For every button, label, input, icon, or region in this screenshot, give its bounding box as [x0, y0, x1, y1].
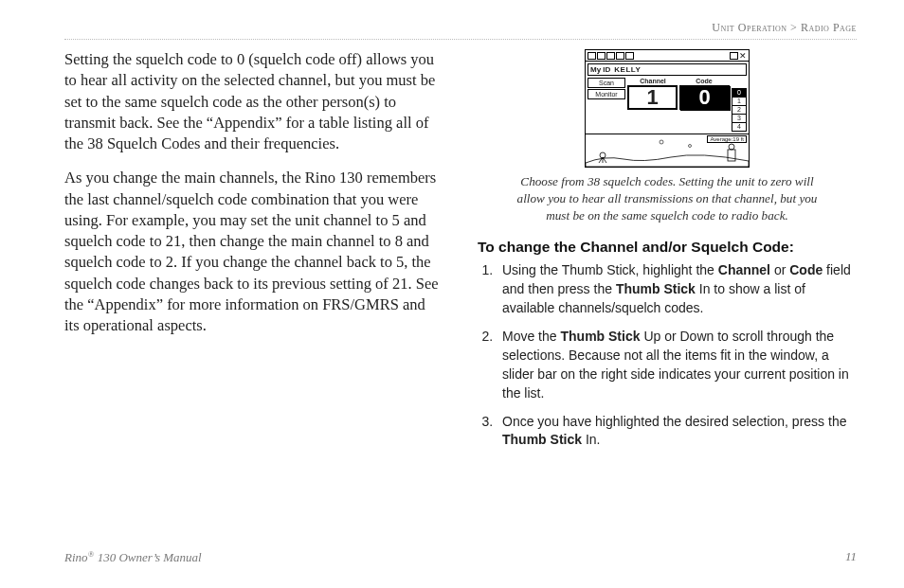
bold-channel: Channel — [718, 262, 770, 277]
step-3: Once you have highlighted the desired se… — [497, 413, 857, 451]
svg-point-3 — [729, 144, 734, 150]
code-list-item: 4 — [732, 123, 746, 131]
radio-icon — [625, 52, 634, 60]
breadcrumb-page: Radio Page — [801, 21, 857, 34]
svg-rect-2 — [728, 150, 735, 161]
battery-icon — [588, 52, 596, 60]
channel-value: 1 — [627, 85, 678, 110]
bold-thumb-stick: Thumb Stick — [502, 432, 582, 447]
gps-icon — [606, 52, 615, 60]
right-column: ✕ My ID KELLY Scan Monitor — [478, 49, 857, 459]
top-rule — [64, 39, 857, 40]
page-number: 11 — [845, 549, 857, 565]
page-footer: Rino® 130 Owner’s Manual 11 — [64, 549, 857, 565]
bold-thumb-stick: Thumb Stick — [560, 329, 640, 344]
breadcrumb-section: Unit Operation — [712, 21, 786, 34]
para-channel-memory: As you change the main channels, the Rin… — [64, 168, 443, 336]
average-badge: Average:19 ft — [707, 135, 747, 143]
device-landscape: Average:19 ft — [586, 134, 749, 167]
breadcrumb: Unit Operation > Radio Page — [64, 21, 857, 35]
signal-icon — [597, 52, 606, 60]
bold-code: Code — [789, 262, 823, 277]
step-1: Using the Thumb Stick, highlight the Cha… — [497, 261, 857, 318]
figure-caption: Choose from 38 squelch codes. Setting th… — [506, 173, 828, 223]
myid-row: My ID KELLY — [588, 63, 747, 76]
device-screenshot: ✕ My ID KELLY Scan Monitor — [585, 49, 750, 168]
monitor-button: Monitor — [588, 89, 625, 99]
steps-heading: To change the Channel and/or Squelch Cod… — [478, 239, 857, 256]
status-icons — [588, 52, 634, 60]
code-list: 0 1 2 3 4 — [732, 88, 747, 132]
bold-thumb-stick: Thumb Stick — [616, 281, 696, 296]
step-2: Move the Thumb Stick Up or Down to scrol… — [497, 328, 857, 403]
code-list-item: 3 — [732, 115, 746, 123]
code-value: 0 — [679, 85, 730, 110]
footer-title: Rino® 130 Owner’s Manual — [64, 549, 202, 565]
device-figure: ✕ My ID KELLY Scan Monitor — [478, 49, 857, 223]
steps-list: Using the Thumb Stick, highlight the Cha… — [478, 261, 857, 450]
code-list-item: 2 — [732, 106, 746, 115]
close-icon: ✕ — [739, 52, 747, 60]
channel-label: Channel — [627, 78, 678, 84]
para-squelch-zero: Setting the squelch code to 0 (squelch c… — [64, 49, 443, 154]
device-left-buttons: Scan Monitor — [588, 78, 625, 132]
code-list-item: 1 — [732, 98, 746, 106]
svg-point-5 — [689, 145, 692, 148]
flag-icon — [616, 52, 624, 60]
menu-icon — [730, 52, 738, 60]
scan-button: Scan — [588, 78, 625, 88]
myid-value: KELLY — [614, 65, 641, 74]
code-label: Code — [678, 78, 730, 84]
status-right: ✕ — [730, 52, 747, 60]
left-column: Setting the squelch code to 0 (squelch c… — [64, 49, 443, 459]
svg-point-4 — [660, 140, 663, 144]
myid-label: My ID — [590, 65, 610, 74]
code-list-item: 0 — [732, 89, 746, 98]
breadcrumb-sep: > — [790, 21, 797, 34]
